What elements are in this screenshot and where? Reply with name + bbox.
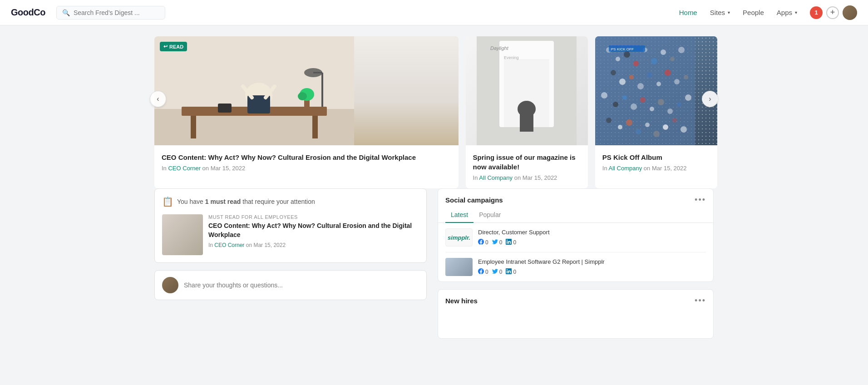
svg-point-55 <box>618 125 622 129</box>
new-hires-widget: New hires ••• <box>438 289 714 339</box>
svg-rect-3 <box>191 116 196 138</box>
carousel-card-meta: In All Company on Mar 15, 2022 <box>473 174 581 181</box>
svg-point-43 <box>684 75 688 79</box>
must-read-item[interactable]: Must read for all employees CEO Content:… <box>162 214 419 255</box>
read-badge: ↩ READ <box>160 42 187 51</box>
svg-point-44 <box>601 92 607 99</box>
chevron-down-icon: ▾ <box>795 10 797 15</box>
nav-link-people[interactable]: People <box>737 6 769 19</box>
linkedin-action[interactable]: 0 <box>506 239 516 246</box>
svg-point-42 <box>674 79 680 84</box>
left-column: 📋 You have 1 must read that require your… <box>154 188 427 339</box>
read-badge-icon: ↩ <box>163 44 168 49</box>
carousel-card-content: CEO Content: Why Act? Why Now? Cultural … <box>154 145 459 179</box>
social-campaign-item[interactable]: Employee Intranet Software G2 Report | S… <box>445 258 706 276</box>
nav-link-home[interactable]: Home <box>674 6 703 19</box>
svg-point-59 <box>653 131 660 137</box>
crowd-illustration: PS KICK OFF <box>595 36 695 145</box>
must-read-thumbnail-image <box>162 214 203 255</box>
carousel-card-content: Spring issue of our magazine is now avai… <box>466 145 588 188</box>
linkedin-icon <box>506 268 512 276</box>
carousel-image-desk <box>154 36 459 145</box>
svg-point-60 <box>663 124 668 130</box>
post-input[interactable] <box>184 281 419 289</box>
nav-link-sites[interactable]: Sites ▾ <box>705 6 735 19</box>
svg-point-57 <box>636 129 641 134</box>
twitter-icon <box>492 268 498 276</box>
carousel-card-channel-link[interactable]: All Company <box>479 174 513 181</box>
carousel-item-kickoff[interactable]: PS KICK OFF PS Kick Off Album In All Com… <box>595 36 717 188</box>
main-nav: Home Sites ▾ People Apps ▾ <box>674 6 803 19</box>
svg-point-33 <box>670 57 675 61</box>
carousel-track: ↩ READ CEO Content: Why Act? Why Now? Cu… <box>154 36 714 188</box>
svg-point-15 <box>304 68 322 77</box>
carousel-card-title: CEO Content: Why Act? Why Now? Cultural … <box>162 153 451 162</box>
social-campaigns-title: Social campaigns <box>445 196 503 204</box>
notification-badge[interactable]: 1 <box>810 6 823 19</box>
facebook-icon <box>478 239 484 246</box>
social-campaign-thumbnail <box>445 258 473 276</box>
must-read-channel-link[interactable]: CEO Corner <box>214 242 244 248</box>
linkedin-action[interactable]: 0 <box>506 268 516 276</box>
svg-point-39 <box>647 72 652 78</box>
svg-point-58 <box>645 123 650 127</box>
carousel-card-meta: In All Company on Mar 15, 2022 <box>602 165 710 172</box>
social-campaigns-more-button[interactable]: ••• <box>695 195 706 205</box>
carousel-card-title: PS Kick Off Album <box>602 153 710 162</box>
header: GoodCo 🔍 Home Sites ▾ People Apps ▾ 1 + <box>0 0 868 25</box>
add-button[interactable]: + <box>826 6 839 19</box>
post-avatar <box>162 277 178 293</box>
nav-link-apps[interactable]: Apps ▾ <box>771 6 803 19</box>
carousel-item-magazine[interactable]: Daylight Evening Spring issue of our mag… <box>466 36 588 188</box>
svg-text:Daylight: Daylight <box>490 45 509 51</box>
facebook-action[interactable]: 0 <box>478 268 488 276</box>
svg-point-53 <box>685 94 691 101</box>
svg-point-11 <box>298 92 307 100</box>
must-read-thumbnail <box>162 214 203 255</box>
svg-rect-4 <box>312 116 318 138</box>
search-input[interactable] <box>74 9 159 16</box>
app-logo[interactable]: GoodCo <box>11 7 45 18</box>
twitter-action[interactable]: 0 <box>492 268 503 276</box>
social-campaigns-widget: Social campaigns ••• Latest Popular simp… <box>438 188 714 282</box>
svg-point-51 <box>667 109 673 114</box>
tab-popular[interactable]: Popular <box>473 208 506 223</box>
new-hires-more-button[interactable]: ••• <box>695 296 706 306</box>
carousel-item-large[interactable]: ↩ READ CEO Content: Why Act? Why Now? Cu… <box>154 36 459 188</box>
new-hires-body <box>438 311 713 338</box>
tab-latest[interactable]: Latest <box>445 208 473 223</box>
must-read-title: CEO Content: Why Act? Why Now? Cultural … <box>208 222 419 239</box>
new-hires-title: New hires <box>445 297 478 305</box>
carousel-card-channel-link[interactable]: All Company <box>609 165 642 172</box>
carousel-image-crowd: PS KICK OFF <box>595 36 717 145</box>
svg-point-48 <box>640 97 646 103</box>
avatar-image <box>843 5 857 20</box>
twitter-action[interactable]: 0 <box>492 239 503 246</box>
carousel-prev-button[interactable]: ‹ <box>150 91 166 107</box>
must-read-card: 📋 You have 1 must read that require your… <box>154 188 427 263</box>
new-hires-header: New hires ••• <box>438 290 713 311</box>
must-read-header-text: You have 1 must read that require your a… <box>177 198 315 205</box>
svg-point-61 <box>672 118 677 123</box>
svg-text:PS KICK OFF: PS KICK OFF <box>611 47 634 51</box>
social-campaign-item[interactable]: simpplr. Director, Customer Support 0 <box>445 228 706 252</box>
svg-point-35 <box>611 70 616 75</box>
social-campaign-content: Employee Intranet Software G2 Report | S… <box>478 258 706 276</box>
desk-illustration <box>154 36 354 145</box>
svg-point-29 <box>633 61 639 66</box>
carousel-next-button[interactable]: › <box>702 91 718 107</box>
search-icon: 🔍 <box>62 9 70 16</box>
social-campaigns-header: Social campaigns ••• <box>438 189 713 205</box>
svg-point-31 <box>651 58 657 64</box>
avatar[interactable] <box>843 5 857 20</box>
bottom-section: 📋 You have 1 must read that require your… <box>154 188 714 339</box>
header-actions: 1 + <box>810 5 857 20</box>
social-campaign-title: Director, Customer Support <box>478 229 706 237</box>
svg-rect-22 <box>520 114 533 132</box>
carousel-card-content: PS Kick Off Album In All Company on Mar … <box>595 145 717 179</box>
search-bar[interactable]: 🔍 <box>56 6 165 20</box>
carousel-card-meta: In CEO Corner on Mar 15, 2022 <box>162 165 451 172</box>
facebook-action[interactable]: 0 <box>478 239 488 246</box>
carousel-card-channel-link[interactable]: CEO Corner <box>168 165 201 172</box>
svg-point-54 <box>606 118 612 123</box>
